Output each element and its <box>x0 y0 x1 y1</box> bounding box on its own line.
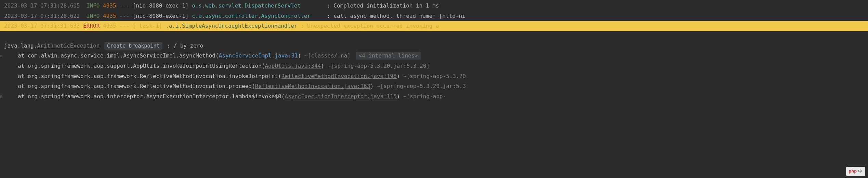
stack-method: org.springframework.aop.support.AopUtils… <box>28 63 262 69</box>
log-thread: [ task-1] <box>133 22 162 30</box>
expand-icon[interactable]: ⊞ <box>0 93 2 100</box>
log-message: Completed initialization in 1 ms <box>333 1 439 10</box>
stack-trace-line: at org.springframework.aop.framework.Ref… <box>0 71 868 81</box>
log-thread: [nio-8080-exec-1] <box>133 1 189 10</box>
stack-at: at <box>18 93 28 100</box>
jar-info: ~[spring-aop- <box>400 93 446 100</box>
expand-icon[interactable]: ⊞ <box>0 53 2 59</box>
stack-trace-line: at org.springframework.aop.framework.Ref… <box>0 81 868 91</box>
log-logger: o.s.web.servlet.DispatcherServlet <box>192 1 301 10</box>
log-separator: --- <box>119 12 129 21</box>
paren-close: ) <box>370 83 374 89</box>
stack-trace-line: at org.springframework.aop.support.AopUt… <box>0 61 868 71</box>
create-breakpoint-button[interactable]: Create breakpoint <box>104 42 162 50</box>
paren-open: ( <box>278 73 281 79</box>
blank-line <box>0 31 868 41</box>
stack-method: com.alvin.async.service.impl.AsyncServic… <box>28 52 215 59</box>
paren-open: ( <box>215 52 219 59</box>
log-logger: c.a.async.controller.AsyncController <box>192 12 311 21</box>
log-level: INFO <box>87 12 100 21</box>
paren-close: ) <box>321 63 324 69</box>
exception-prefix: java.lang. <box>4 42 37 49</box>
paren-close: ) <box>298 52 301 59</box>
log-colon: : <box>327 12 330 21</box>
stack-at: at <box>18 73 28 79</box>
stack-method: org.springframework.aop.framework.Reflec… <box>28 83 252 89</box>
log-timestamp: 2023-03-17 07:31:28.622 <box>4 12 80 21</box>
paren-close: ) <box>397 73 400 79</box>
log-message: Unexpected exception occurred invoking a <box>307 22 439 30</box>
exception-name[interactable]: ArithmeticException <box>37 42 100 49</box>
log-thread: [nio-8080-exec-1] <box>133 12 189 21</box>
paren-open: ( <box>252 83 255 89</box>
stack-method: org.springframework.aop.interceptor.Asyn… <box>28 93 281 100</box>
jar-info: ~[spring-aop-5.3.20.jar:5.3.20] <box>324 63 430 69</box>
log-colon: : <box>301 22 304 30</box>
stack-trace-line: ⊞ at com.alvin.async.service.impl.AsyncS… <box>0 51 868 61</box>
source-link[interactable]: AsyncServiceImpl.java:31 <box>219 52 298 59</box>
log-separator: --- <box>119 22 129 30</box>
log-line: 2023-03-17 07:31:28.605 INFO 4935 --- [n… <box>0 1 868 11</box>
source-link[interactable]: AsyncExecutionInterceptor.java:115 <box>285 93 397 100</box>
source-link[interactable]: ReflectiveMethodInvocation.java:198 <box>281 73 397 79</box>
exception-header: java.lang.ArithmeticException Create bre… <box>0 41 868 51</box>
log-pid: 4935 <box>103 22 116 30</box>
log-separator: --- <box>119 1 129 10</box>
log-colon: : <box>327 1 330 10</box>
log-line: 2023-03-17 07:31:28.622 INFO 4935 --- [n… <box>0 11 868 21</box>
log-pid: 4935 <box>103 12 116 21</box>
stack-at: at <box>18 63 28 69</box>
source-link[interactable]: ReflectiveMethodInvocation.java:163 <box>255 83 370 89</box>
stack-at: at <box>18 52 28 59</box>
log-message: call async method, thread name: [http-ni <box>333 12 465 21</box>
stack-at: at <box>18 83 28 89</box>
source-link[interactable]: AopUtils.java:344 <box>265 63 321 69</box>
jar-info: ~[classes/:na] <box>301 52 351 59</box>
jar-info: ~[spring-aop-5.3.20.jar:5.3 <box>373 83 466 89</box>
log-logger: .a.i.SimpleAsyncUncaughtExceptionHandler <box>166 22 297 30</box>
paren-open: ( <box>281 93 285 100</box>
log-level: INFO <box>87 1 100 10</box>
log-timestamp: 2023-03-17 07:31:31.633 <box>4 22 80 30</box>
internal-lines-badge[interactable]: <4 internal lines> <box>356 52 421 60</box>
stack-method: org.springframework.aop.framework.Reflec… <box>28 73 278 79</box>
stack-trace-line: ⊞ at org.springframework.aop.interceptor… <box>0 91 868 102</box>
paren-close: ) <box>397 93 400 100</box>
log-line-error-highlighted[interactable]: 2023-03-17 07:31:31.633 ERROR 4935 --- [… <box>0 21 868 31</box>
log-timestamp: 2023-03-17 07:31:28.605 <box>4 1 80 10</box>
log-pid: 4935 <box>103 1 116 10</box>
jar-info: ~[spring-aop-5.3.20 <box>400 73 466 79</box>
exception-message: : / by zero <box>167 42 203 49</box>
log-level: ERROR <box>83 22 100 30</box>
